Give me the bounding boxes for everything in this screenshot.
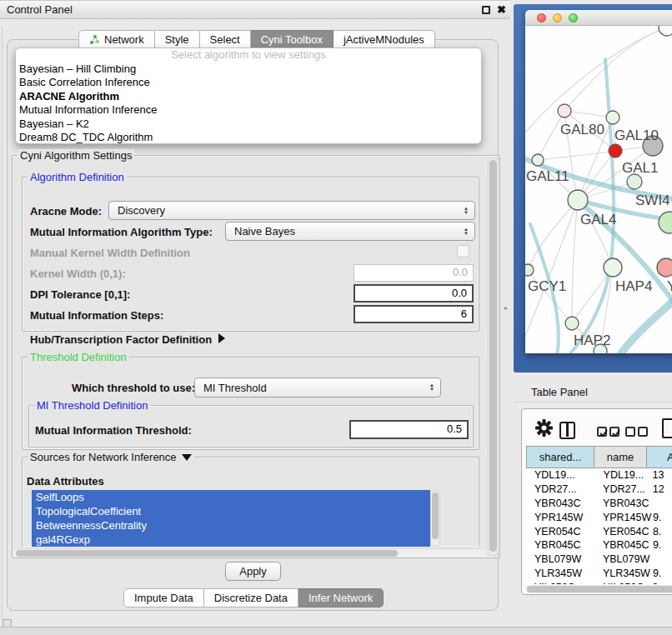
mi-type-select[interactable]: Naive Bayes ▲▼ bbox=[225, 222, 475, 241]
which-threshold-value: MI Threshold bbox=[203, 382, 267, 394]
table-row[interactable]: YPR145WYPR145W9. bbox=[526, 510, 672, 524]
algorithm-option[interactable]: ARACNE Algorithm bbox=[16, 90, 481, 103]
network-node-GAL4[interactable] bbox=[568, 190, 588, 210]
checked-checkbox-icon[interactable] bbox=[609, 427, 619, 437]
network-edge[interactable] bbox=[538, 151, 615, 160]
table-row[interactable]: YIL052CYIL052C9. bbox=[526, 580, 672, 584]
bottom-tab-discretize-data[interactable]: Discretize Data bbox=[204, 588, 298, 608]
network-edge[interactable] bbox=[564, 28, 667, 111]
table-cell: 9. bbox=[645, 582, 672, 584]
table-row[interactable]: YDR27...YDR27...12 bbox=[526, 482, 672, 497]
tab-select[interactable]: Select bbox=[200, 30, 251, 49]
hub-definition-toggle[interactable]: Hub/Transcription Factor Definition bbox=[30, 333, 225, 346]
network-node-HAP2[interactable] bbox=[565, 317, 579, 330]
attribute-list-item[interactable]: TopologicalCoefficient bbox=[32, 504, 430, 518]
network-edge[interactable] bbox=[572, 268, 613, 323]
unchecked-checkbox-icon[interactable] bbox=[625, 427, 635, 437]
split-collapse-icon[interactable]: ▸ bbox=[504, 304, 508, 312]
bottom-tab-infer-network[interactable]: Infer Network bbox=[298, 588, 384, 608]
attribute-list-item[interactable]: SelfLoops bbox=[32, 490, 430, 504]
network-window-titlebar[interactable] bbox=[525, 10, 672, 26]
scrollbar-thumb[interactable] bbox=[432, 492, 439, 539]
sources-group-toggle[interactable]: Sources for Network Inference bbox=[28, 451, 194, 463]
data-attributes-list[interactable]: SelfLoopsTopologicalCoefficientBetweenne… bbox=[32, 490, 430, 547]
network-node-label: GAL10 bbox=[614, 128, 659, 143]
algorithm-definition-title: Algorithm Definition bbox=[28, 171, 127, 183]
apply-button[interactable]: Apply bbox=[225, 562, 281, 581]
algorithm-option[interactable]: Basic Correlation Inference bbox=[16, 76, 481, 89]
settings-hscrollbar[interactable] bbox=[13, 548, 486, 558]
tab-cyni-toolbox[interactable]: Cyni Toolbox bbox=[251, 30, 333, 49]
algorithm-option[interactable]: Dream8 DC_TDC Algorithm bbox=[16, 131, 481, 144]
float-icon[interactable] bbox=[482, 6, 490, 14]
which-threshold-select[interactable]: MI Threshold ▲▼ bbox=[194, 378, 441, 398]
tab-network[interactable]: Network bbox=[78, 30, 155, 49]
table-row[interactable]: YER054CYER054C8. bbox=[526, 524, 672, 538]
table-cell: YBR045C bbox=[593, 539, 645, 551]
table-hscrollbar[interactable] bbox=[525, 585, 672, 593]
table-cell: YBL079W bbox=[526, 553, 593, 565]
network-node-salmon[interactable] bbox=[657, 258, 672, 277]
algorithm-option[interactable]: Bayesian – K2 bbox=[16, 118, 481, 131]
minimize-traffic-light-icon[interactable] bbox=[553, 13, 562, 22]
network-edge[interactable] bbox=[578, 200, 613, 268]
aracne-mode-select[interactable]: Discovery ▲▼ bbox=[108, 201, 475, 220]
panel-left-edge bbox=[2, 26, 3, 619]
network-node-right-big[interactable] bbox=[659, 212, 672, 233]
table-cell: YDR27... bbox=[593, 483, 645, 495]
network-node-GCY1[interactable] bbox=[525, 264, 534, 276]
dpi-tolerance-field[interactable]: 0.0 bbox=[354, 284, 474, 302]
network-window[interactable]: GAL80GAL10GAL1GAL11SWI4GAL4GCY1HAP4YHAP2 bbox=[525, 10, 672, 353]
attribute-list-item[interactable]: gal4RGexp bbox=[32, 532, 430, 547]
table-cell: 12 bbox=[645, 483, 672, 495]
attribute-list-item[interactable]: BetweennessCentrality bbox=[32, 518, 430, 532]
attribute-list-vscrollbar[interactable] bbox=[430, 490, 440, 547]
network-node-label: GCY1 bbox=[528, 278, 566, 294]
gear-icon[interactable] bbox=[535, 419, 553, 437]
table-column-header[interactable]: name bbox=[594, 446, 647, 468]
mi-steps-field[interactable]: 6 bbox=[354, 305, 474, 323]
table-column-header[interactable]: shared... bbox=[526, 446, 594, 468]
network-node-red[interactable] bbox=[609, 144, 622, 158]
bottom-tab-impute-data[interactable]: Impute Data bbox=[123, 588, 204, 608]
network-node-green-top[interactable] bbox=[606, 111, 619, 124]
unchecked-checkbox-icon[interactable] bbox=[638, 427, 648, 437]
settings-vscrollbar[interactable] bbox=[488, 158, 499, 556]
network-edge[interactable] bbox=[572, 200, 578, 323]
table-column-header[interactable]: A bbox=[647, 446, 672, 468]
manual-kernel-checkbox[interactable] bbox=[457, 245, 469, 258]
columns-icon[interactable] bbox=[559, 422, 575, 439]
kernel-width-field[interactable]: 0.0 bbox=[354, 264, 474, 282]
tab-style[interactable]: Style bbox=[155, 30, 200, 49]
scrollbar-thumb[interactable] bbox=[527, 586, 672, 592]
tab-label: Cyni Toolbox bbox=[261, 33, 323, 46]
network-node-GAL11[interactable] bbox=[532, 154, 544, 166]
network-node-SWI4[interactable] bbox=[627, 174, 642, 189]
table-row[interactable]: YLR345WYLR345W9. bbox=[526, 567, 672, 581]
algorithm-option[interactable]: Mutual Information Inference bbox=[16, 103, 481, 117]
new-table-icon[interactable] bbox=[662, 418, 672, 438]
table-row[interactable]: YBL079WYBL079W bbox=[526, 552, 672, 567]
scrollbar-thumb[interactable] bbox=[16, 550, 398, 557]
algorithm-option[interactable]: Bayesian – Hill Climbing bbox=[16, 62, 481, 76]
mi-threshold-field[interactable]: 0.5 bbox=[349, 420, 469, 439]
network-edge-thick[interactable] bbox=[619, 301, 672, 353]
table-cell: YDL19... bbox=[594, 469, 645, 481]
close-icon[interactable]: ✖ bbox=[497, 3, 506, 16]
zoom-traffic-light-icon[interactable] bbox=[569, 13, 578, 22]
kernel-width-label: Kernel Width (0,1): bbox=[30, 268, 126, 280]
table-row[interactable]: YDL19...YDL19...13 bbox=[526, 468, 672, 482]
network-node-top-right[interactable] bbox=[659, 26, 672, 36]
checked-checkbox-icon[interactable] bbox=[597, 427, 607, 437]
network-edge[interactable] bbox=[525, 28, 667, 132]
tab-jactivemnodules[interactable]: jActiveMNodules bbox=[333, 30, 435, 49]
scrollbar-thumb[interactable] bbox=[489, 160, 497, 552]
network-node-pink-top[interactable] bbox=[558, 104, 571, 118]
table-row[interactable]: YBR043CYBR043C bbox=[526, 497, 672, 511]
aracne-mode-value: Discovery bbox=[118, 204, 165, 217]
network-node-HAP4[interactable] bbox=[604, 258, 622, 277]
table-row[interactable]: YBR045CYBR045C9. bbox=[526, 538, 672, 552]
network-canvas[interactable]: GAL80GAL10GAL1GAL11SWI4GAL4GCY1HAP4YHAP2 bbox=[525, 26, 672, 353]
close-traffic-light-icon[interactable] bbox=[537, 13, 546, 22]
mi-threshold-group-title: MI Threshold Definition bbox=[34, 399, 150, 412]
